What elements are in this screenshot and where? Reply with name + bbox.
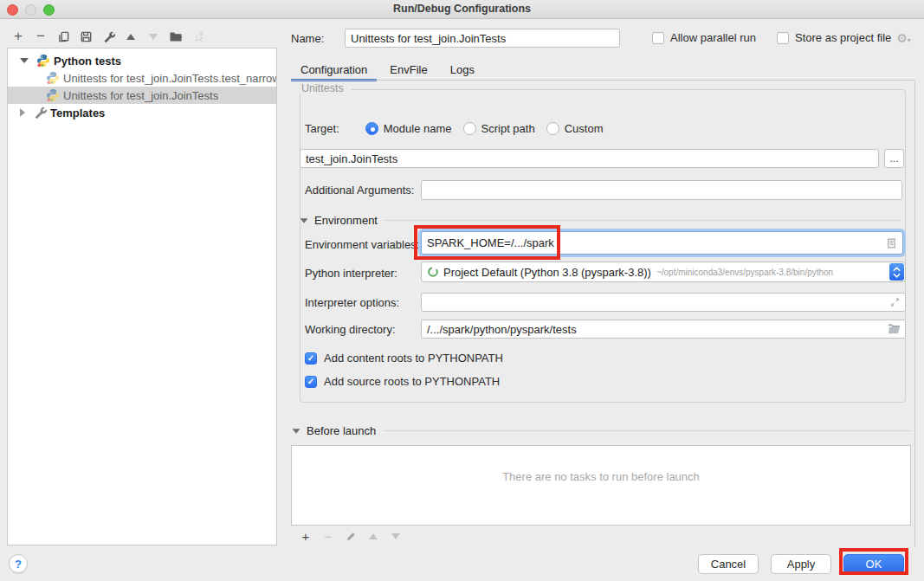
add-task-button[interactable]: +	[294, 528, 317, 544]
new-folder-icon	[169, 29, 183, 43]
working-directory-label: Working directory:	[305, 323, 396, 336]
tree-node-jointests-selected[interactable]: Unittests for test_join.JoinTests	[8, 87, 276, 104]
interpreter-options-field	[421, 293, 906, 312]
copy-configuration-button[interactable]	[52, 28, 74, 45]
name-label: Name:	[291, 32, 324, 45]
chevron-down-icon[interactable]	[20, 58, 29, 63]
target-custom-label: Custom	[565, 122, 604, 135]
add-content-roots-label: Add content roots to PYTHONPATH	[324, 352, 503, 365]
move-down-button[interactable]	[142, 28, 165, 45]
interpreter-options-input[interactable]	[421, 293, 906, 312]
store-as-project-file-checkbox[interactable]	[777, 32, 789, 44]
move-task-down-button[interactable]	[384, 528, 407, 544]
python-test-icon	[46, 71, 60, 85]
titlebar: Run/Debug Configurations	[0, 0, 924, 19]
allow-parallel-run-checkbox[interactable]	[652, 32, 664, 44]
folder-icon	[888, 324, 901, 335]
interpreter-path: ~/opt/miniconda3/envs/pyspark-3.8/bin/py…	[656, 268, 833, 277]
allow-parallel-run-option[interactable]: Allow parallel run	[652, 31, 756, 44]
before-launch-empty-text: There are no tasks to run before launch	[292, 470, 910, 483]
apply-button[interactable]: Apply	[771, 554, 831, 574]
tree-node-python-tests[interactable]: Python tests	[8, 52, 276, 69]
browse-module-button[interactable]: ...	[884, 149, 904, 168]
help-button[interactable]: ?	[9, 554, 28, 573]
add-configuration-button[interactable]: +	[7, 28, 29, 45]
additional-arguments-input[interactable]	[421, 180, 902, 200]
additional-arguments-label: Additional Arguments:	[305, 184, 414, 197]
target-script-path-radio[interactable]	[463, 122, 476, 135]
before-launch-section-header[interactable]: Before launch	[292, 424, 911, 437]
sort-az-icon: ↓ az	[194, 31, 203, 42]
browse-env-vars-button[interactable]	[886, 237, 897, 249]
browse-directory-button[interactable]	[888, 324, 901, 335]
target-row: Target: Module name Script path Custom	[305, 122, 603, 135]
tab-envfile[interactable]: EnvFile	[380, 59, 436, 81]
before-launch-header-label: Before launch	[307, 424, 376, 437]
environment-header-label: Environment	[314, 214, 378, 227]
unittests-group-label: Unittests	[300, 82, 352, 94]
collapse-triangle-icon[interactable]	[300, 218, 308, 223]
python-interpreter-select[interactable]: Project Default (Python 3.8 (pyspark-3.8…	[421, 261, 906, 282]
python-tests-icon	[36, 54, 50, 68]
edit-task-button[interactable]	[339, 528, 362, 544]
expand-icon	[889, 297, 901, 308]
tree-node-label: Unittests for test_join.JoinTests	[63, 89, 218, 102]
cancel-button[interactable]: Cancel	[698, 554, 759, 574]
name-input[interactable]	[345, 29, 620, 48]
interpreter-options-label: Interpreter options:	[305, 296, 399, 309]
tree-node-test-narrow[interactable]: Unittests for test_join.JoinTests.test_n…	[8, 69, 276, 87]
python-test-icon	[46, 88, 60, 102]
configurations-toolbar: + − ↓ az	[7, 27, 210, 46]
environment-section-header[interactable]: Environment	[300, 214, 901, 227]
remove-configuration-button[interactable]: −	[29, 28, 52, 45]
templates-wrench-icon	[33, 106, 47, 119]
move-up-button[interactable]	[120, 28, 142, 45]
section-rule	[384, 220, 901, 221]
check-icon: ✓	[307, 353, 314, 363]
question-icon: ?	[15, 558, 22, 571]
module-name-input[interactable]	[300, 149, 879, 168]
add-source-roots-checkbox[interactable]: ✓	[305, 376, 317, 388]
target-label: Target:	[305, 122, 339, 135]
collapse-triangle-icon[interactable]	[293, 429, 300, 433]
window-title: Run/Debug Configurations	[0, 3, 924, 15]
ok-button[interactable]: OK	[843, 554, 904, 574]
tree-node-label: Unittests for test_join.JoinTests.test_n…	[63, 72, 276, 85]
conda-env-icon	[427, 266, 439, 278]
target-script-path-label: Script path	[481, 122, 535, 135]
combobox-stepper-icon[interactable]	[889, 263, 904, 281]
content-right-divider	[914, 81, 915, 547]
check-icon: ✓	[307, 377, 314, 386]
create-folder-button[interactable]	[165, 28, 187, 45]
env-list-icon	[886, 237, 897, 249]
store-as-project-file-option[interactable]: Store as project file ⚙▾	[777, 31, 911, 44]
working-directory-input[interactable]	[421, 320, 906, 339]
tab-bar: Configuration EnvFile Logs	[291, 59, 488, 81]
expand-field-button[interactable]	[889, 297, 901, 308]
gear-icon[interactable]: ⚙▾	[896, 32, 911, 44]
tab-logs[interactable]: Logs	[441, 59, 484, 81]
environment-variables-field	[421, 231, 903, 255]
store-as-project-file-label: Store as project file	[795, 31, 891, 44]
add-source-roots-option[interactable]: ✓ Add source roots to PYTHONPATH	[305, 375, 500, 388]
edit-templates-button[interactable]	[97, 28, 120, 45]
tab-configuration[interactable]: Configuration	[291, 59, 377, 81]
wrench-icon	[102, 30, 115, 43]
save-configuration-button[interactable]	[74, 28, 97, 45]
target-module-name-radio[interactable]	[365, 122, 378, 135]
configurations-tree: Python tests Unittests for test_join.Joi…	[7, 48, 277, 545]
add-content-roots-checkbox[interactable]: ✓	[305, 352, 317, 365]
move-task-up-button[interactable]	[362, 528, 384, 544]
section-rule	[383, 430, 911, 431]
working-directory-field	[421, 320, 906, 339]
chevron-right-icon[interactable]	[20, 108, 25, 117]
sort-configurations-button[interactable]: ↓ az	[187, 28, 210, 45]
tree-node-label: Templates	[50, 107, 105, 119]
target-custom-radio[interactable]	[546, 122, 559, 135]
add-content-roots-option[interactable]: ✓ Add content roots to PYTHONPATH	[305, 352, 503, 365]
environment-variables-input[interactable]	[421, 231, 903, 255]
environment-variables-label: Environment variables:	[305, 238, 419, 251]
run-debug-configurations-dialog: Run/Debug Configurations + − ↓	[0, 0, 924, 581]
tree-node-templates[interactable]: Templates	[8, 104, 276, 121]
remove-task-button[interactable]: −	[317, 528, 339, 544]
